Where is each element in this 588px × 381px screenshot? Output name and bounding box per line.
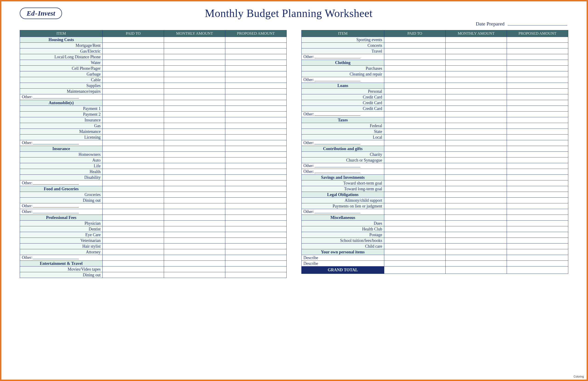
paid-to-cell[interactable] bbox=[103, 135, 164, 140]
proposed-amount-cell[interactable] bbox=[225, 123, 286, 129]
paid-to-cell[interactable] bbox=[103, 140, 164, 146]
proposed-amount-cell[interactable] bbox=[507, 66, 568, 71]
paid-to-cell[interactable] bbox=[384, 60, 445, 66]
paid-to-cell[interactable] bbox=[103, 175, 164, 180]
monthly-amount-cell[interactable] bbox=[164, 232, 225, 238]
paid-to-cell[interactable] bbox=[103, 272, 164, 278]
proposed-amount-cell[interactable] bbox=[225, 226, 286, 232]
proposed-amount-cell[interactable] bbox=[507, 238, 568, 243]
monthly-amount-cell[interactable] bbox=[164, 221, 225, 226]
monthly-amount-cell[interactable] bbox=[164, 266, 225, 272]
monthly-amount-cell[interactable] bbox=[164, 209, 225, 215]
paid-to-cell[interactable] bbox=[384, 146, 445, 152]
monthly-amount-cell[interactable] bbox=[164, 71, 225, 77]
monthly-amount-cell[interactable] bbox=[164, 89, 225, 94]
other-fill-line[interactable] bbox=[315, 77, 360, 81]
monthly-amount-cell[interactable] bbox=[445, 180, 507, 186]
proposed-amount-cell[interactable] bbox=[507, 261, 568, 266]
monthly-amount-cell[interactable] bbox=[164, 83, 225, 89]
monthly-amount-cell[interactable] bbox=[164, 180, 225, 186]
other-fill-line[interactable] bbox=[33, 140, 79, 144]
paid-to-cell[interactable] bbox=[384, 243, 445, 249]
monthly-amount-cell[interactable] bbox=[445, 249, 507, 255]
proposed-amount-cell[interactable] bbox=[507, 71, 568, 77]
monthly-amount-cell[interactable] bbox=[445, 152, 507, 158]
paid-to-cell[interactable] bbox=[384, 221, 445, 226]
monthly-amount-cell[interactable] bbox=[445, 140, 507, 146]
monthly-amount-cell[interactable] bbox=[164, 226, 225, 232]
monthly-amount-cell[interactable] bbox=[445, 48, 507, 54]
proposed-amount-cell[interactable] bbox=[225, 112, 286, 117]
proposed-amount-cell[interactable] bbox=[225, 266, 286, 272]
proposed-amount-cell[interactable] bbox=[225, 100, 286, 106]
other-fill-line[interactable] bbox=[315, 140, 360, 144]
monthly-amount-cell[interactable] bbox=[164, 54, 225, 60]
proposed-amount-cell[interactable] bbox=[507, 175, 568, 180]
paid-to-cell[interactable] bbox=[103, 255, 164, 261]
monthly-amount-cell[interactable] bbox=[445, 117, 507, 123]
monthly-amount-cell[interactable] bbox=[445, 232, 507, 238]
proposed-amount-cell[interactable] bbox=[225, 221, 286, 226]
paid-to-cell[interactable] bbox=[103, 66, 164, 71]
proposed-amount-cell[interactable] bbox=[507, 37, 568, 43]
paid-to-cell[interactable] bbox=[384, 203, 445, 209]
paid-to-cell[interactable] bbox=[103, 71, 164, 77]
proposed-amount-cell[interactable] bbox=[507, 180, 568, 186]
monthly-amount-cell[interactable] bbox=[445, 146, 507, 152]
monthly-amount-cell[interactable] bbox=[164, 261, 225, 266]
monthly-amount-cell[interactable] bbox=[445, 94, 507, 100]
paid-to-cell[interactable] bbox=[384, 106, 445, 112]
proposed-amount-cell[interactable] bbox=[225, 180, 286, 186]
monthly-amount-cell[interactable] bbox=[445, 169, 507, 175]
monthly-amount-cell[interactable] bbox=[164, 37, 225, 43]
other-fill-line[interactable] bbox=[33, 203, 79, 207]
proposed-amount-cell[interactable] bbox=[507, 117, 568, 123]
proposed-amount-cell[interactable] bbox=[225, 209, 286, 215]
paid-to-cell[interactable] bbox=[384, 140, 445, 146]
proposed-amount-cell[interactable] bbox=[507, 243, 568, 249]
paid-to-cell[interactable] bbox=[103, 198, 164, 203]
proposed-amount-cell[interactable] bbox=[225, 77, 286, 83]
other-fill-line[interactable] bbox=[315, 112, 360, 116]
monthly-amount-cell[interactable] bbox=[445, 106, 507, 112]
paid-to-cell[interactable] bbox=[103, 117, 164, 123]
paid-to-cell[interactable] bbox=[103, 232, 164, 238]
proposed-amount-cell[interactable] bbox=[507, 94, 568, 100]
paid-to-cell[interactable] bbox=[384, 112, 445, 117]
monthly-amount-cell[interactable] bbox=[164, 43, 225, 48]
proposed-amount-cell[interactable] bbox=[225, 249, 286, 255]
proposed-amount-cell[interactable] bbox=[225, 232, 286, 238]
monthly-amount-cell[interactable] bbox=[445, 135, 507, 140]
proposed-amount-cell[interactable] bbox=[225, 54, 286, 60]
monthly-amount-cell[interactable] bbox=[164, 272, 225, 278]
monthly-amount-cell[interactable] bbox=[445, 261, 507, 266]
monthly-amount-cell[interactable] bbox=[445, 266, 507, 274]
monthly-amount-cell[interactable] bbox=[164, 203, 225, 209]
proposed-amount-cell[interactable] bbox=[507, 43, 568, 48]
proposed-amount-cell[interactable] bbox=[507, 89, 568, 94]
paid-to-cell[interactable] bbox=[103, 152, 164, 158]
paid-to-cell[interactable] bbox=[384, 129, 445, 135]
monthly-amount-cell[interactable] bbox=[164, 215, 225, 221]
paid-to-cell[interactable] bbox=[384, 232, 445, 238]
other-fill-line[interactable] bbox=[315, 169, 360, 173]
paid-to-cell[interactable] bbox=[384, 83, 445, 89]
monthly-amount-cell[interactable] bbox=[445, 54, 507, 60]
monthly-amount-cell[interactable] bbox=[445, 255, 507, 261]
paid-to-cell[interactable] bbox=[103, 37, 164, 43]
paid-to-cell[interactable] bbox=[103, 60, 164, 66]
proposed-amount-cell[interactable] bbox=[507, 106, 568, 112]
proposed-amount-cell[interactable] bbox=[225, 158, 286, 163]
paid-to-cell[interactable] bbox=[103, 163, 164, 169]
proposed-amount-cell[interactable] bbox=[225, 71, 286, 77]
proposed-amount-cell[interactable] bbox=[507, 249, 568, 255]
monthly-amount-cell[interactable] bbox=[445, 37, 507, 43]
proposed-amount-cell[interactable] bbox=[507, 100, 568, 106]
monthly-amount-cell[interactable] bbox=[445, 71, 507, 77]
paid-to-cell[interactable] bbox=[384, 226, 445, 232]
paid-to-cell[interactable] bbox=[103, 192, 164, 198]
proposed-amount-cell[interactable] bbox=[225, 129, 286, 135]
monthly-amount-cell[interactable] bbox=[445, 163, 507, 169]
proposed-amount-cell[interactable] bbox=[225, 215, 286, 221]
other-fill-line[interactable] bbox=[315, 54, 360, 58]
